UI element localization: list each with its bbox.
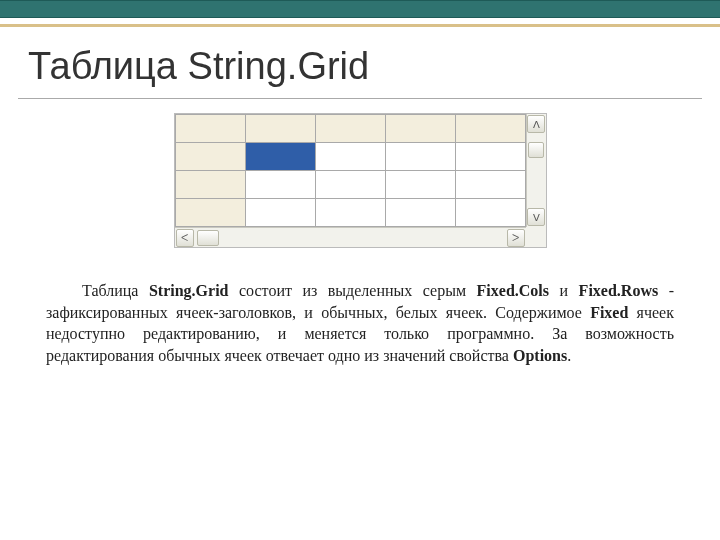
bold-text: Fixed: [590, 304, 628, 321]
grid-cell[interactable]: [315, 199, 385, 227]
title-separator: [18, 98, 702, 99]
fixed-cell: [245, 115, 315, 143]
grid-cell[interactable]: [245, 171, 315, 199]
body-paragraph: Таблица String.Grid состоит из выделенны…: [0, 276, 720, 366]
fixed-cell: [175, 115, 245, 143]
stringgrid-frame: ᐱ ᐯ ᐸ ᐳ: [174, 113, 547, 248]
grid-row: [175, 171, 525, 199]
scrollbar-corner: [526, 227, 546, 247]
grid-cell[interactable]: [315, 143, 385, 171]
text: и: [549, 282, 579, 299]
grid-cell[interactable]: [455, 171, 525, 199]
fixed-cell: [175, 199, 245, 227]
scroll-down-icon[interactable]: ᐯ: [527, 208, 545, 226]
fixed-cell: [315, 115, 385, 143]
grid-cell[interactable]: [385, 199, 455, 227]
grid-row: [175, 115, 525, 143]
selected-cell[interactable]: [245, 143, 315, 171]
bold-text: Fixed.Rows: [579, 282, 659, 299]
bold-text: String.Grid: [149, 282, 229, 299]
scroll-right-icon[interactable]: ᐳ: [507, 229, 525, 247]
text: состоит из выделенных серым: [229, 282, 477, 299]
grid-cell[interactable]: [385, 143, 455, 171]
vertical-scrollbar[interactable]: ᐱ ᐯ: [526, 114, 546, 227]
grid-row: [175, 143, 525, 171]
fixed-cell: [455, 115, 525, 143]
stringgrid-illustration: ᐱ ᐯ ᐸ ᐳ: [0, 113, 720, 248]
grid-cell[interactable]: [385, 171, 455, 199]
fixed-cell: [175, 143, 245, 171]
slide-title: Таблица String.Grid: [0, 27, 720, 98]
scroll-up-icon[interactable]: ᐱ: [527, 115, 545, 133]
grid-cell[interactable]: [245, 199, 315, 227]
scroll-left-icon[interactable]: ᐸ: [176, 229, 194, 247]
grid-row: [175, 199, 525, 227]
scroll-thumb[interactable]: [197, 230, 219, 246]
grid-cell[interactable]: [315, 171, 385, 199]
scroll-thumb[interactable]: [528, 142, 544, 158]
stringgrid-table: [175, 114, 526, 227]
grid-cell[interactable]: [455, 199, 525, 227]
bold-text: Options: [513, 347, 567, 364]
fixed-cell: [175, 171, 245, 199]
bold-text: Fixed.Cols: [477, 282, 549, 299]
grid-cell[interactable]: [455, 143, 525, 171]
slide-top-bar: [0, 0, 720, 18]
text: Таблица: [82, 282, 138, 299]
horizontal-scrollbar[interactable]: ᐸ ᐳ: [175, 227, 526, 247]
text: .: [567, 347, 571, 364]
fixed-cell: [385, 115, 455, 143]
